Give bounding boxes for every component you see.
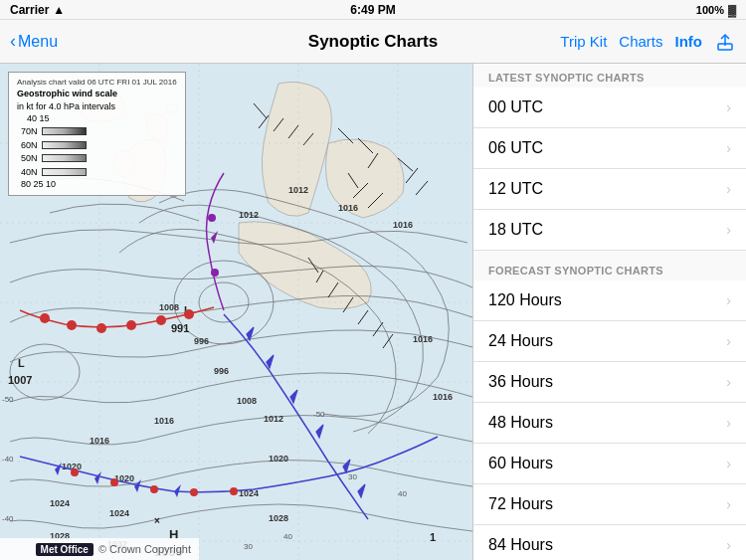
item-label-120h: 120 Hours [488,291,562,309]
chevron-icon-84h [726,537,731,553]
chevron-icon-18utc [726,222,731,238]
svg-text:40: 40 [283,532,292,541]
sidebar: LATEST SYNOPTIC CHARTS 00 UTC 06 UTC 12 … [472,64,746,560]
item-label-18utc: 18 UTC [488,221,543,239]
list-item-24h[interactable]: 24 Hours [473,321,746,362]
svg-point-45 [96,323,106,333]
svg-text:L: L [18,357,25,369]
svg-text:30: 30 [244,542,253,551]
chevron-icon-24h [726,333,731,349]
battery-label: 100% [696,4,724,16]
share-button[interactable] [714,31,736,53]
chevron-icon-72h [726,496,731,512]
main-content: L 991 L 1007 1 1012 1012 1016 1016 1016 … [0,64,746,560]
svg-point-56 [110,478,118,486]
legend-row-70N: 70N [21,125,38,138]
svg-text:991: 991 [171,322,189,334]
legend-scale-bottom: 80 25 10 [21,178,177,191]
item-label-60h: 60 Hours [488,455,553,472]
svg-text:1012: 1012 [239,210,259,220]
battery-icon: ▓ [728,4,736,16]
list-item-48h[interactable]: 48 Hours [473,403,746,444]
chevron-icon-48h [726,415,731,431]
svg-point-44 [126,320,136,330]
list-item-36h[interactable]: 36 Hours [473,362,746,403]
status-bar: Carrier ▲ 6:49 PM 100% ▓ [0,0,746,20]
chevron-icon-36h [726,374,731,390]
svg-text:-50: -50 [313,410,325,419]
svg-point-57 [150,485,158,493]
svg-text:30: 30 [348,472,357,481]
svg-text:-40: -40 [2,455,14,464]
chevron-icon-60h [726,456,731,471]
footer: Met Office © Crown Copyright [0,538,199,560]
svg-text:1028: 1028 [269,513,288,523]
chevron-icon-12utc [726,181,731,197]
list-item-120h[interactable]: 120 Hours [473,280,746,321]
svg-text:1016: 1016 [393,220,413,230]
svg-text:996: 996 [194,336,209,346]
nav-bar: ‹ Menu Synoptic Charts Trip Kit Charts I… [0,20,746,64]
chevron-icon-06utc [726,140,731,156]
list-item-72h[interactable]: 72 Hours [473,484,746,525]
list-item-06utc[interactable]: 06 UTC [473,128,746,169]
svg-point-59 [230,487,238,495]
item-label-24h: 24 Hours [488,332,553,350]
legend-row-50N: 50N [21,152,38,165]
list-item-12utc[interactable]: 12 UTC [473,169,746,210]
wifi-icon: ▲ [53,3,65,17]
list-item-60h[interactable]: 60 Hours [473,444,746,484]
list-item-18utc[interactable]: 18 UTC [473,210,746,251]
svg-point-50 [208,214,216,222]
legend-row-60N: 60N [21,139,38,152]
svg-point-58 [190,488,198,496]
item-label-36h: 36 Hours [488,373,553,391]
svg-point-48 [211,269,219,277]
legend-scale-top: 40 15 [27,112,177,125]
list-item-84h[interactable]: 84 Hours [473,525,746,560]
nav-title: Synoptic Charts [308,32,438,52]
svg-text:1024: 1024 [50,498,70,508]
status-time: 6:49 PM [350,3,395,17]
svg-text:1016: 1016 [433,392,453,402]
latest-section-header: LATEST SYNOPTIC CHARTS [473,64,746,88]
svg-text:1007: 1007 [8,374,32,386]
list-item-00utc[interactable]: 00 UTC [473,88,746,128]
svg-text:×: × [154,515,160,526]
svg-point-55 [71,468,79,476]
svg-text:1016: 1016 [154,416,174,426]
svg-point-46 [67,320,77,330]
item-label-00utc: 00 UTC [488,98,543,116]
item-label-48h: 48 Hours [488,414,553,432]
svg-text:1016: 1016 [338,203,358,213]
svg-text:40: 40 [398,489,407,498]
svg-text:1020: 1020 [269,454,288,464]
legend-row-40N: 40N [21,166,38,179]
svg-point-47 [40,313,50,323]
legend-subtitle: in kt for 4.0 hPa intervals [17,100,177,113]
legend-annotation: Analysis chart valid 06 UTC FRI 01 JUL 2… [17,77,177,88]
item-label-06utc: 06 UTC [488,139,543,157]
svg-text:1016: 1016 [413,334,433,344]
legend-title: Geostrophic wind scale [17,88,177,100]
svg-text:996: 996 [214,366,229,376]
charts-button[interactable]: Charts [619,33,662,50]
svg-text:1008: 1008 [159,302,179,312]
back-button[interactable]: ‹ Menu [10,31,58,52]
back-label[interactable]: Menu [18,33,58,51]
item-label-84h: 84 Hours [488,536,553,554]
svg-text:-50: -50 [2,395,14,404]
info-button[interactable]: Info [675,33,703,50]
map-area: L 991 L 1007 1 1012 1012 1016 1016 1016 … [0,64,472,560]
chevron-icon-120h [726,292,731,308]
met-office-badge: Met Office [36,543,93,556]
trip-kit-button[interactable]: Trip Kit [560,33,607,50]
carrier-label: Carrier [10,3,49,17]
svg-point-42 [184,309,194,319]
chevron-icon-00utc [726,99,731,115]
status-left: Carrier ▲ [10,3,65,17]
item-label-12utc: 12 UTC [488,180,543,198]
svg-text:1: 1 [430,531,436,543]
back-chevron-icon: ‹ [10,31,16,52]
forecast-section-header: FORECAST SYNOPTIC CHARTS [473,257,746,280]
